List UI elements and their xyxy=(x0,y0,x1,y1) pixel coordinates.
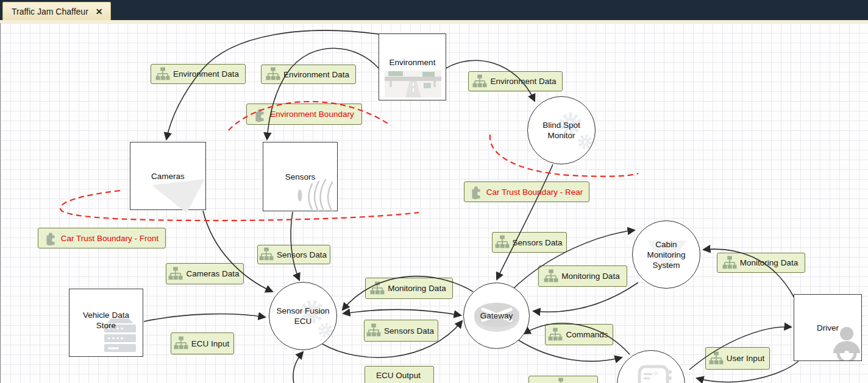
data-flow-icon xyxy=(168,267,183,281)
flow-label-text: Environment Data xyxy=(283,70,349,79)
flow-label-monitoring-data-3[interactable]: Monitoring Data xyxy=(717,253,805,273)
data-flow-icon xyxy=(544,269,558,284)
flow-label-text: Monitoring Data xyxy=(740,258,798,267)
flow-label-text: Sensors Data xyxy=(384,326,434,336)
data-flow-icon xyxy=(370,281,385,296)
shape-label: Environment xyxy=(390,57,436,68)
shape-label: Cameras xyxy=(151,171,185,181)
shape-sensor-fusion-ecu[interactable]: Sensor Fusion ECU xyxy=(269,282,337,350)
shape-label: Gateway xyxy=(480,311,513,321)
flow-label-text: Monitoring Data xyxy=(388,284,446,293)
boundary-label-environment-boundary[interactable]: Environment Boundary xyxy=(246,104,362,125)
flow-label-ecu-output[interactable]: ECU Output xyxy=(365,366,434,383)
shape-vehicle-data-store[interactable]: Vehicle Data Store xyxy=(69,289,143,357)
flow-gateway-ecu-middle[interactable] xyxy=(343,309,461,315)
shape-hmi[interactable]: HMI xyxy=(617,350,685,383)
camera-cone-icon xyxy=(149,178,210,216)
flow-label-environment-data-3[interactable]: Environment Data xyxy=(468,71,563,91)
shape-label: Sensors xyxy=(285,172,316,182)
data-flow-icon xyxy=(155,67,170,82)
data-flow-icon xyxy=(174,336,188,351)
shape-sensors[interactable]: Sensors xyxy=(263,142,338,211)
shape-label: Vehicle Data Store xyxy=(78,310,134,331)
boundary-label-car-trust-front[interactable]: Car Trust Boundary - Front xyxy=(38,228,166,248)
highway-image xyxy=(385,71,441,97)
data-flow-icon xyxy=(259,247,274,262)
flow-label-sensors-data-2[interactable]: Sensors Data xyxy=(492,232,567,253)
shape-environment[interactable]: Environment xyxy=(379,33,446,100)
flow-label-monitoring-data-2[interactable]: Monitoring Data xyxy=(538,265,627,287)
flow-hmi-to-ecu[interactable] xyxy=(293,352,303,383)
flow-label-clipped-bottom[interactable] xyxy=(528,376,598,383)
boundary-label-text: Car Trust Boundary - Front xyxy=(61,234,159,243)
data-flow-icon xyxy=(366,323,381,338)
flow-environment-to-sensors[interactable] xyxy=(267,48,379,139)
threat-modeling-app: Traffic Jam Chaffeur ✕ xyxy=(0,0,868,383)
tab-title: Traffic Jam Chaffeur xyxy=(12,7,88,16)
data-flow-icon xyxy=(722,256,737,270)
trust-boundary-icon xyxy=(43,231,58,245)
tab-bar: Traffic Jam Chaffeur ✕ xyxy=(0,0,868,20)
flow-label-text: Monitoring Data xyxy=(561,272,619,281)
data-flow-icon xyxy=(472,74,487,89)
flow-label-text: Sensors Data xyxy=(513,238,563,247)
tab-close-icon[interactable]: ✕ xyxy=(96,7,103,16)
diagram-canvas[interactable]: Environment Data Environment Data Enviro… xyxy=(0,23,868,383)
flow-label-text: Sensors Data xyxy=(277,250,327,259)
shape-driver[interactable]: Driver xyxy=(794,294,862,361)
flow-label-commands[interactable]: Commands xyxy=(545,324,613,345)
shape-cabin-monitoring-system[interactable]: Cabin Monitoring System xyxy=(632,220,700,289)
boundary-label-text: Environment Boundary xyxy=(270,110,354,119)
trust-boundary-icon xyxy=(252,107,267,122)
flow-label-text: User Input xyxy=(727,354,764,363)
flow-label-ecu-input[interactable]: ECU Input xyxy=(171,332,234,354)
trust-boundary-icon xyxy=(469,184,483,199)
shape-label: Driver xyxy=(817,323,839,333)
boundary-label-car-trust-rear[interactable]: Car Trust Boundary - Rear xyxy=(464,181,589,202)
shape-gateway[interactable]: Gateway xyxy=(463,283,530,349)
shape-cameras[interactable]: Cameras xyxy=(130,142,206,210)
flow-label-monitoring-data-1[interactable]: Monitoring Data xyxy=(365,278,453,299)
flow-label-text: Commands xyxy=(566,330,608,339)
flow-label-text: ECU Input xyxy=(191,339,229,348)
data-flow-icon xyxy=(495,235,510,250)
data-flow-icon xyxy=(266,67,280,82)
flow-cabin-monitoring-to-gateway[interactable] xyxy=(533,283,638,312)
flow-vehicle-data-store-to-ecu[interactable] xyxy=(144,314,265,322)
data-flow-icon xyxy=(548,328,563,342)
flow-label-sensors-data-3[interactable]: Sensors Data xyxy=(364,320,438,342)
hmi-device-icon xyxy=(636,365,675,383)
shape-blind-spot-monitor[interactable]: Blind Spot Monitor xyxy=(527,96,596,164)
flow-label-cameras-data[interactable]: Cameras Data xyxy=(166,263,244,284)
tab-traffic-jam-chaffeur[interactable]: Traffic Jam Chaffeur ✕ xyxy=(2,2,111,21)
flow-label-text: ECU Output xyxy=(376,371,421,380)
shape-label: Sensor Fusion ECU xyxy=(275,306,331,326)
flow-label-text: Cameras Data xyxy=(186,269,239,278)
flow-label-user-input[interactable]: User Input xyxy=(705,347,770,370)
shape-label: Cabin Monitoring System xyxy=(640,239,692,270)
flow-label-text: Environment Data xyxy=(173,69,239,79)
shape-label: Blind Spot Monitor xyxy=(533,120,589,141)
trust-boundary-front-curve[interactable] xyxy=(60,191,419,220)
flow-label-text: Environment Data xyxy=(490,77,556,86)
flow-label-environment-data-2[interactable]: Environment Data xyxy=(261,65,356,84)
data-flow-icon xyxy=(553,378,568,383)
boundary-label-text: Car Trust Boundary - Rear xyxy=(486,188,583,197)
